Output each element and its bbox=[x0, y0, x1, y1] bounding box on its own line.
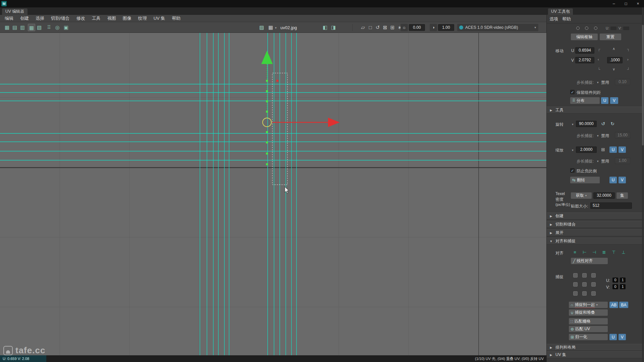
scale-step-snap-caret-icon[interactable]: ▾ bbox=[597, 160, 599, 163]
move-v-field[interactable]: 2.0792 bbox=[575, 57, 594, 63]
frame-selected-icon[interactable]: □ bbox=[367, 24, 374, 31]
display-image-icon[interactable]: ▥ bbox=[19, 24, 26, 31]
rotate-ccw-icon[interactable]: ↺ bbox=[599, 121, 607, 127]
edit-pivot-button[interactable]: 编辑枢轴 bbox=[571, 34, 598, 40]
menu-uv-sets[interactable]: UV 集 bbox=[150, 15, 169, 22]
section-uv-sets[interactable]: ▶ UV 集 bbox=[547, 351, 644, 358]
align-u-max-icon[interactable]: ⊣ bbox=[590, 249, 598, 255]
align-v-max-icon[interactable]: ⊥ bbox=[620, 249, 628, 255]
snap-stack-button[interactable]: ∪ 捕捉和堆叠 bbox=[569, 309, 608, 316]
gamma-field[interactable]: 1.00 bbox=[438, 24, 454, 31]
linear-align-button[interactable]: ╱ 线性对齐 bbox=[571, 258, 608, 264]
nudge-left-icon[interactable]: ‹ bbox=[598, 57, 599, 61]
snap-grid-checkbox[interactable] bbox=[573, 282, 578, 287]
snap-grid-checkbox[interactable] bbox=[591, 291, 596, 296]
menu-select[interactable]: 选择 bbox=[32, 15, 48, 22]
normalize-v-button[interactable]: V bbox=[619, 334, 626, 340]
nudge-corner-br-icon[interactable]: ┘ bbox=[627, 67, 630, 71]
toolkit-scrollbar-thumb[interactable] bbox=[642, 25, 644, 145]
snap-grid-checkbox[interactable] bbox=[591, 282, 596, 287]
clear-image-icon[interactable]: ⊠ bbox=[381, 24, 389, 31]
exposure-field[interactable]: 0.00 bbox=[409, 24, 425, 31]
align-v-min-icon[interactable]: ≣ bbox=[600, 249, 608, 255]
texel-density-field[interactable]: 32.0000 bbox=[593, 192, 615, 199]
section-arrange-layout[interactable]: ▶ 排列和布局 bbox=[547, 344, 644, 351]
move-step-snap-caret-icon[interactable]: ▾ bbox=[597, 81, 599, 84]
nudge-down-icon[interactable]: ∨ bbox=[610, 67, 618, 71]
snap-v-1-field[interactable]: 1 bbox=[620, 284, 626, 289]
menu-image[interactable]: 图像 bbox=[119, 15, 135, 22]
tab-uv-editor[interactable]: UV 编辑器 bbox=[2, 8, 28, 15]
menu-create[interactable]: 创建 bbox=[17, 15, 32, 22]
section-cut-sew[interactable]: ▶ 切割和缝合 bbox=[547, 221, 644, 228]
pixel-center-icon[interactable]: ◎ bbox=[54, 24, 61, 31]
nudge-right-icon[interactable]: › bbox=[627, 57, 629, 61]
rotate-step-snap-caret-icon[interactable]: ▾ bbox=[597, 134, 599, 137]
distribute-v-button[interactable]: V bbox=[610, 97, 618, 104]
snap-grid-checkbox[interactable] bbox=[582, 273, 587, 278]
uv-canvas-svg[interactable] bbox=[0, 33, 546, 355]
uv-canvas[interactable] bbox=[0, 33, 546, 355]
section-create[interactable]: ▶ 创建 bbox=[547, 213, 644, 220]
menu-help[interactable]: 帮助 bbox=[168, 15, 184, 22]
uv-grid-display-icon[interactable]: ▦ bbox=[3, 24, 11, 31]
texel-set-button[interactable]: 集 bbox=[616, 192, 628, 199]
distortion-display-icon[interactable]: ▧ bbox=[36, 24, 43, 31]
menu-cut-sew[interactable]: 切割/缝合 bbox=[48, 15, 73, 22]
frame-all-icon[interactable]: ▱ bbox=[359, 24, 367, 31]
snap-grid-checkbox[interactable] bbox=[591, 273, 596, 278]
refresh-image-icon[interactable]: ↺ bbox=[374, 24, 381, 31]
section-tools[interactable]: ▶ 工具 bbox=[547, 107, 644, 114]
uv-grid-a-icon[interactable]: ◧ bbox=[321, 24, 329, 31]
rotate-cw-icon[interactable]: ↻ bbox=[608, 121, 616, 127]
nudge-up-icon[interactable]: ∧ bbox=[610, 47, 618, 51]
snap-u-0-field[interactable]: 0 bbox=[612, 278, 618, 283]
nudge-corner-tl-icon[interactable]: ┌ bbox=[598, 47, 600, 51]
image-name-label[interactable]: uv02.jpg bbox=[280, 25, 297, 30]
snap-ab-button[interactable]: AB bbox=[609, 302, 618, 308]
reset-pivot-button[interactable]: 重置 bbox=[600, 34, 621, 40]
image-dropdown-caret-icon[interactable]: ▾ bbox=[275, 26, 277, 29]
displayed-image-icon[interactable]: ▨ bbox=[258, 24, 265, 31]
snap-grid-checkbox[interactable] bbox=[573, 291, 578, 296]
checker-map-icon[interactable]: ▦ bbox=[267, 24, 274, 31]
normalize-button[interactable]: ⊞ 归一化 bbox=[569, 334, 608, 340]
nudge-step-field[interactable]: .1000 bbox=[607, 57, 623, 63]
match-uv-button[interactable]: ⊚ 匹配 UV bbox=[569, 326, 608, 332]
toolkit-menu-help[interactable]: 帮助 bbox=[562, 16, 571, 22]
pivot-radio-2[interactable] bbox=[585, 26, 588, 30]
scale-field[interactable]: 2.0000 bbox=[576, 146, 597, 153]
distribute-button[interactable]: ⠿ 分布 bbox=[570, 97, 600, 104]
menu-tools[interactable]: 工具 bbox=[89, 15, 104, 22]
snap-v-0-field[interactable]: 0 bbox=[612, 284, 618, 289]
texel-get-button[interactable]: 获取 ▾ bbox=[571, 192, 592, 199]
flip-u-button[interactable]: U bbox=[609, 177, 617, 183]
toolkit-menu-options[interactable]: 选项 bbox=[549, 16, 558, 22]
menu-edit[interactable]: 编辑 bbox=[1, 15, 17, 22]
distribute-u-button[interactable]: U bbox=[601, 97, 608, 104]
pivot-u-field[interactable] bbox=[610, 26, 616, 30]
shaded-uvs-icon[interactable]: ▦ bbox=[28, 24, 35, 31]
uv-grid-b-icon[interactable]: ◨ bbox=[330, 24, 337, 31]
flip-button[interactable]: ⇆ 翻转 bbox=[570, 177, 600, 183]
checker-display-icon[interactable]: ⠿ bbox=[45, 24, 53, 31]
prevent-negative-checkbox[interactable]: ✓ bbox=[570, 168, 575, 173]
snap-u-1-field[interactable]: 1 bbox=[620, 278, 626, 283]
scale-v-button[interactable]: V bbox=[619, 146, 626, 153]
scale-proportional-icon[interactable]: ⊞ bbox=[599, 146, 607, 153]
normalize-u-button[interactable]: U bbox=[609, 334, 617, 340]
pivot-v-field[interactable] bbox=[623, 26, 629, 30]
nudge-corner-bl-icon[interactable]: └ bbox=[598, 67, 600, 71]
snap-grid-checkbox[interactable] bbox=[573, 273, 578, 278]
pivot-radio-1[interactable] bbox=[576, 26, 580, 30]
rotate-field[interactable]: 90.0000 bbox=[576, 121, 597, 127]
map-size-field[interactable]: 512 bbox=[590, 202, 632, 209]
align-u-mid-icon[interactable]: ⊢ bbox=[581, 249, 589, 255]
align-u-min-icon[interactable]: ≡ bbox=[571, 249, 579, 255]
rotate-mode-caret-icon[interactable]: ▾ bbox=[572, 123, 574, 126]
move-step-snap-select[interactable]: 禁用 bbox=[601, 80, 609, 85]
snap-grid-checkbox[interactable] bbox=[582, 291, 587, 296]
uv-texture-icon[interactable]: ▣ bbox=[62, 24, 70, 31]
flip-v-button[interactable]: V bbox=[619, 177, 626, 183]
minimize-button[interactable]: – bbox=[608, 0, 620, 7]
